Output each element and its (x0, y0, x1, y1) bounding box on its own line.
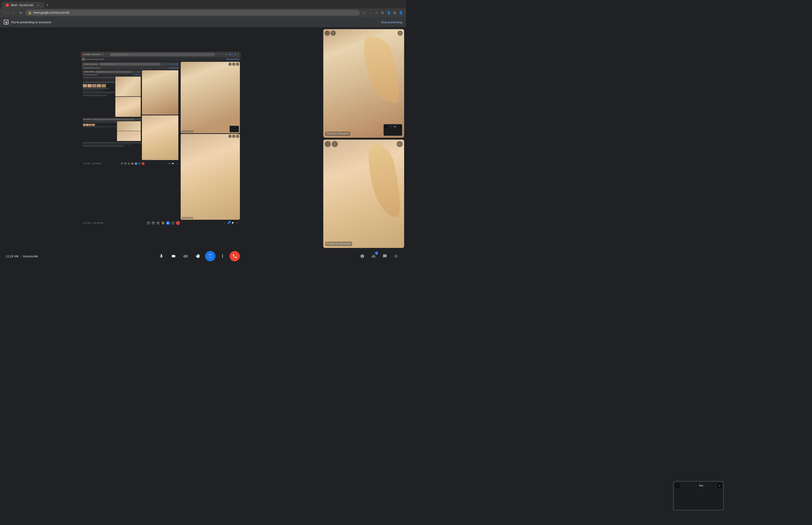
francois-medium-expand[interactable]: ⤢ (398, 31, 403, 36)
nested-tile-pip-2[interactable]: □ (232, 135, 235, 138)
nested-main-end[interactable]: 📞 (176, 221, 180, 225)
chat-button[interactable] (381, 252, 389, 260)
tiny-thumb-2 (88, 84, 92, 87)
raise-hand-button[interactable] (193, 251, 203, 261)
profile-icon[interactable]: 👤 (386, 10, 391, 15)
nested-tile-more[interactable]: ⋯ (228, 62, 232, 66)
francois-medium-pip[interactable]: □ (331, 31, 336, 36)
meeting-time: 11:22 AM (6, 255, 18, 258)
nested-tile-pip[interactable]: □ (232, 62, 235, 66)
you-overlay-dots[interactable]: ⋯ (384, 125, 388, 128)
nested-you-dots[interactable]: ⋯ (230, 126, 232, 128)
nested-tile-controls-2: ⋯ □ ⤢ (228, 135, 239, 138)
nested-cc-btn[interactable]: CC (127, 162, 131, 165)
camera-button[interactable] (168, 251, 179, 261)
activities-button[interactable] (392, 252, 400, 260)
deeper-content (82, 76, 141, 117)
deep-tb-3[interactable]: ☆ (167, 63, 169, 65)
save-icon[interactable]: ↓ (368, 10, 373, 15)
extension-icon[interactable]: ⊕ (380, 10, 385, 15)
francois-large-pip[interactable]: □ (332, 141, 338, 147)
tab-close-button[interactable]: × (37, 3, 41, 7)
star-icon[interactable]: ☆ (374, 10, 379, 15)
deeper-stop[interactable]: Stop presenting (133, 74, 140, 75)
nested-icon-2[interactable]: ↓ (220, 53, 222, 56)
nested-cam-btn[interactable]: 📷 (124, 162, 127, 165)
sub-t1 (83, 124, 86, 126)
nested-new-tab[interactable]: + (105, 53, 108, 56)
presenting-banner: ▣ You're presenting to everyone Stop pre… (0, 17, 406, 27)
nested-more-btn[interactable]: ⋮ (138, 162, 141, 165)
nested-main-hand[interactable]: ✋ (161, 221, 165, 225)
reload-button[interactable]: ↻ (18, 10, 24, 15)
nested-main-more[interactable]: ⋮ (171, 221, 175, 225)
francois-medium-more[interactable]: ⋯ (325, 31, 330, 36)
split-view-icon[interactable]: ⊞ (393, 10, 397, 15)
tab-title: Meet - tnj-esni-ikb (11, 3, 35, 7)
deep-tb-1[interactable]: ⬡ (162, 63, 164, 65)
nested-icon-7[interactable]: 👤 (234, 53, 236, 56)
deep-tb-2[interactable]: ↓ (165, 63, 166, 65)
nested-end-btn[interactable]: 📞 (142, 162, 144, 165)
forward-button[interactable]: → (10, 10, 16, 15)
new-tab-button[interactable]: + (44, 2, 51, 9)
nested-present-btn[interactable]: ▣ (135, 162, 137, 165)
nested-stop-btn[interactable]: Stop presenting (226, 58, 239, 60)
nested-activity-btn[interactable]: ⊕ (175, 162, 178, 165)
more-options-button[interactable] (217, 251, 228, 261)
nested-icon-more[interactable]: ⋮ (237, 53, 239, 56)
sub-v2 (117, 131, 141, 141)
deep-stop-btn[interactable]: Stop presenting (169, 67, 178, 69)
deep-tb-7[interactable]: 👤 (176, 63, 178, 65)
nested-tile-controls: ⋯ □ ⤢ (228, 62, 239, 66)
you-overlay-expand[interactable]: ⤢ (398, 125, 401, 128)
screen-share-area: Meet - tnj-esni-ikb × + meet.google.com/… (0, 27, 321, 250)
nested-tile-expand-2[interactable]: ⤢ (236, 135, 239, 138)
nested-main-chat[interactable]: 💬 (231, 221, 234, 225)
nested-main-mic[interactable]: 🎤 (147, 221, 150, 225)
nested-main-info[interactable]: ℹ (223, 221, 226, 225)
nested-icon-6[interactable]: ⊞ (231, 53, 233, 56)
cast-icon[interactable]: ⬡ (362, 10, 367, 15)
nested-chat-btn[interactable]: 💬 (171, 162, 174, 165)
back-button[interactable]: ← (3, 10, 9, 15)
content-line-6 (83, 92, 115, 93)
deep-tab: Meet - tnj-esni-ikb (83, 63, 99, 65)
deep-tb-5[interactable]: 👤 (171, 63, 173, 65)
people-button[interactable]: 2 (369, 252, 378, 260)
nested-main-activities[interactable]: ⊕ (235, 221, 239, 225)
stop-presenting-button[interactable]: Stop presenting (381, 20, 402, 24)
nested-tile-expand[interactable]: ⤢ (236, 62, 239, 66)
address-bar[interactable]: 🔒 meet.google.com/tnj-esni-ikb (25, 10, 360, 16)
toolbar-icons: ⬡ ↓ ☆ ⊕ 👤 ⊞ 👤 (362, 10, 403, 15)
nested-tile-more-2[interactable]: ⋯ (228, 135, 232, 138)
deep-url-bar[interactable]: meet.google.com/tnj-esni-ikb (99, 63, 161, 65)
deep-tb-6[interactable]: ⊞ (174, 63, 176, 65)
nested-icon-1[interactable]: ⬡ (217, 53, 219, 56)
end-call-button[interactable] (230, 251, 240, 261)
francois-large-expand[interactable]: ⤢ (397, 141, 403, 147)
nested-icon-3[interactable]: ☆ (223, 53, 225, 56)
browser-tab[interactable]: Meet - tnj-esni-ikb × (2, 2, 44, 9)
captions-button[interactable]: CC (181, 251, 191, 261)
deep-tb-4[interactable]: ⊕ (169, 63, 171, 65)
nested-main-cc[interactable]: CC (156, 221, 160, 225)
sub-url[interactable] (93, 118, 135, 120)
nested-mic-btn[interactable]: 🎤 (121, 162, 123, 165)
nested-main-present[interactable]: ▣ (166, 221, 170, 225)
nested-icon-4[interactable]: ⊕ (226, 53, 228, 56)
nested-you-expand[interactable]: ⤢ (236, 126, 238, 128)
francois-large-more[interactable]: ⋯ (325, 141, 331, 147)
deeper-url[interactable]: meet.google.com/tnj-esni-ikb (95, 71, 132, 73)
nested-main-cam[interactable]: 📷 (151, 221, 155, 225)
present-button[interactable] (205, 251, 215, 261)
profile2-icon[interactable]: 👤 (398, 10, 403, 15)
info-button[interactable] (358, 252, 367, 260)
nested-people-btn[interactable]: 👥 (168, 162, 171, 165)
nested-icon-5[interactable]: 👤 (228, 53, 231, 56)
nested-url-bar[interactable]: meet.google.com/tnj-esni-ikb (109, 53, 215, 56)
nested-main-people[interactable]: 👥 2 (227, 221, 230, 225)
mic-button[interactable] (156, 251, 167, 261)
nested-hand-btn[interactable]: ✋ (131, 162, 134, 165)
nested-info-btn[interactable]: ℹ (165, 162, 167, 165)
